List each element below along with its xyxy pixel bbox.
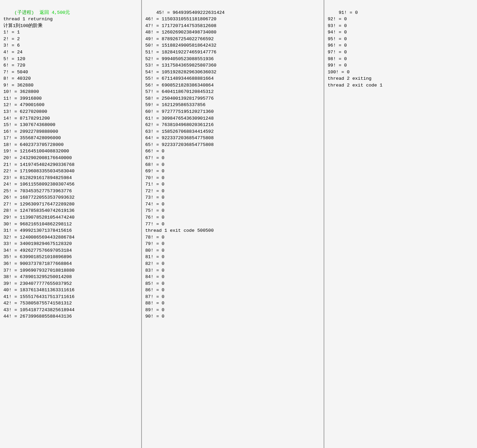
factorial-73: 73! = 0 xyxy=(145,195,165,200)
factorial-8: 8! = 40320 xyxy=(3,76,31,81)
factorial-3: 3! = 6 xyxy=(3,43,20,48)
factorial-18: 18! = 6402373705728000 xyxy=(3,142,64,147)
factorial-60: 60! = 9727775195120271360 xyxy=(145,109,214,114)
factorial-47: 47! = 17172071447535812608 xyxy=(145,23,217,28)
factorial-21: 21! = 14197454024290336768 xyxy=(3,162,75,167)
factorial-51: 51! = 18284192274659147776 xyxy=(145,50,217,55)
factorial-42: 42! = 7538058755741581312 xyxy=(3,301,72,306)
factorial-66: 66! = 0 xyxy=(145,149,165,154)
factorial-89: 89! = 0 xyxy=(145,307,165,313)
factorial-41: 41! = 15551764317513711616 xyxy=(3,294,75,299)
factorial-61: 61! = 3098476543630901248 xyxy=(145,116,214,121)
factorial-39: 39! = 2304077777655037952 xyxy=(3,281,72,286)
calc-header: 计算1到100的阶乘 xyxy=(3,23,43,28)
factorial-57: 57! = 6404118670120845312 xyxy=(145,89,214,94)
thread1-exit: thread 1 exit code 500500 xyxy=(145,228,214,233)
factorial-25: 25! = 7034535277573963776 xyxy=(3,189,72,194)
factorial-76: 76! = 0 xyxy=(145,215,165,220)
factorial-87: 87! = 0 xyxy=(145,294,165,299)
factorial-31: 31! = 4999213071378415616 xyxy=(3,228,72,233)
terminal-column-3: 91! = 0 92! = 0 93! = 0 94! = 0 95! = 0 … xyxy=(324,0,477,448)
factorial-7: 7! = 5040 xyxy=(3,70,28,75)
factorial-83: 83! = 0 xyxy=(145,268,165,273)
factorial-28: 28! = 12478583540742619136 xyxy=(3,208,75,213)
factorial-86: 86! = 0 xyxy=(145,288,165,293)
factorial-84: 84! = 0 xyxy=(145,274,165,279)
factorial-70: 70! = 0 xyxy=(145,175,165,180)
factorial-14: 14! = 87178291200 xyxy=(3,116,50,121)
factorial-20: 20! = 2432902008176640000 xyxy=(3,155,72,160)
factorial-78: 78! = 0 xyxy=(145,235,165,240)
factorial-9: 9! = 362880 xyxy=(3,83,33,88)
factorial-17: 17! = 355687428096000 xyxy=(3,135,61,141)
factorial-63: 63! = 1585267068834414592 xyxy=(145,129,214,134)
factorial-68: 68! = 0 xyxy=(145,162,165,167)
factorial-22: 22! = 17196083355034583040 xyxy=(3,169,75,174)
factorial-80: 80! = 0 xyxy=(145,248,165,253)
factorial-93: 93! = 0 xyxy=(328,23,347,28)
factorial-91: 91! = 0 xyxy=(338,10,358,15)
terminal-column-1: (子进程) 返回 4,500元 thread 1 returning 计算1到1… xyxy=(0,0,142,448)
factorial-58: 58! = 2504001392817995776 xyxy=(145,96,214,101)
factorial-85: 85! = 0 xyxy=(145,281,165,286)
factorial-43: 43! = 10541877243825618944 xyxy=(3,307,75,313)
factorial-75: 75! = 0 xyxy=(145,208,165,213)
factorial-55: 55! = 6711489344688881664 xyxy=(145,76,214,81)
factorial-71: 71! = 0 xyxy=(145,182,165,187)
factorial-67: 67! = 0 xyxy=(145,155,165,160)
factorial-97: 97! = 0 xyxy=(328,50,347,55)
factorial-48: 48! = 12602690238498734080 xyxy=(145,30,217,35)
factorial-98: 98! = 0 xyxy=(328,56,347,61)
factorial-36: 36! = 9003737871877668864 xyxy=(3,261,72,266)
factorial-29: 29! = 11390785281054474240 xyxy=(3,215,75,220)
factorial-6: 6! = 720 xyxy=(3,63,25,68)
factorial-15: 15! = 1307674368000 xyxy=(3,122,55,127)
terminal-window: (子进程) 返回 4,500元 thread 1 returning 计算1到1… xyxy=(0,0,477,448)
factorial-12: 12! = 479001600 xyxy=(3,102,45,107)
factorial-62: 62! = 7638104968020361216 xyxy=(145,122,214,127)
factorial-95: 95! = 0 xyxy=(328,36,347,42)
header-process-line: (子进程) 返回 4,500元 xyxy=(14,10,70,15)
factorial-5: 5! = 120 xyxy=(3,56,25,61)
factorial-90: 90! = 0 xyxy=(145,314,165,319)
factorial-40: 40! = 18376134811363311616 xyxy=(3,288,75,293)
factorial-81: 81! = 0 xyxy=(145,254,165,259)
factorial-72: 72! = 0 xyxy=(145,189,165,194)
factorial-88: 88! = 0 xyxy=(145,301,165,306)
factorial-1: 1! = 1 xyxy=(3,30,20,35)
factorial-56: 56! = 6908521828386340864 xyxy=(145,83,214,88)
factorial-26: 26! = 16877220553537093632 xyxy=(3,195,75,200)
factorial-4: 4! = 24 xyxy=(3,50,23,55)
factorial-23: 23! = 8128291617894825984 xyxy=(3,175,72,180)
factorial-30: 30! = 9682165104862298112 xyxy=(3,222,72,227)
factorial-92: 92! = 0 xyxy=(328,17,347,22)
factorial-11: 11! = 39916800 xyxy=(3,96,42,101)
factorial-96: 96! = 0 xyxy=(328,43,347,48)
thread2-exit-code: thread 2 exit code 1 xyxy=(328,83,382,88)
factorial-38: 38! = 4789013295250014208 xyxy=(3,274,72,279)
factorial-10: 10! = 3628800 xyxy=(3,89,39,94)
factorial-45: 45! = 9649395409222631424 xyxy=(156,10,225,15)
factorial-49: 49! = 8789267254022766592 xyxy=(145,36,214,42)
factorial-59: 59! = 1621295865337856 xyxy=(145,102,205,107)
factorial-82: 82! = 0 xyxy=(145,261,165,266)
factorial-100: 100! = 0 xyxy=(328,70,350,75)
factorial-32: 32! = 12400865694432886784 xyxy=(3,235,75,240)
factorial-74: 74! = 0 xyxy=(145,202,165,207)
factorial-54: 54! = 10519282829630636032 xyxy=(145,70,217,75)
factorial-37: 37! = 10969079327018818880 xyxy=(3,268,75,273)
factorial-2: 2! = 2 xyxy=(3,36,20,42)
factorial-19: 19! = 121645100408832000 xyxy=(3,149,69,154)
factorial-77: 77! = 0 xyxy=(145,222,165,227)
factorial-34: 34! = 4926277576697053184 xyxy=(3,248,72,253)
factorial-50: 50! = 15188249005818642432 xyxy=(145,43,217,48)
factorial-33: 33! = 3400198294675128320 xyxy=(3,241,72,246)
thread-returning: thread 1 returning xyxy=(3,17,53,22)
factorial-24: 24! = 10611558092380307456 xyxy=(3,182,75,187)
factorial-52: 52! = 9994050523088551936 xyxy=(145,56,214,61)
factorial-99: 99! = 0 xyxy=(328,63,347,68)
factorial-46: 46! = 11503310551181806720 xyxy=(145,17,217,22)
factorial-64: 64! = 9223372036854775808 xyxy=(145,135,214,141)
factorial-16: 16! = 20922789888000 xyxy=(3,129,58,134)
factorial-35: 35! = 6399018521010896896 xyxy=(3,254,72,259)
